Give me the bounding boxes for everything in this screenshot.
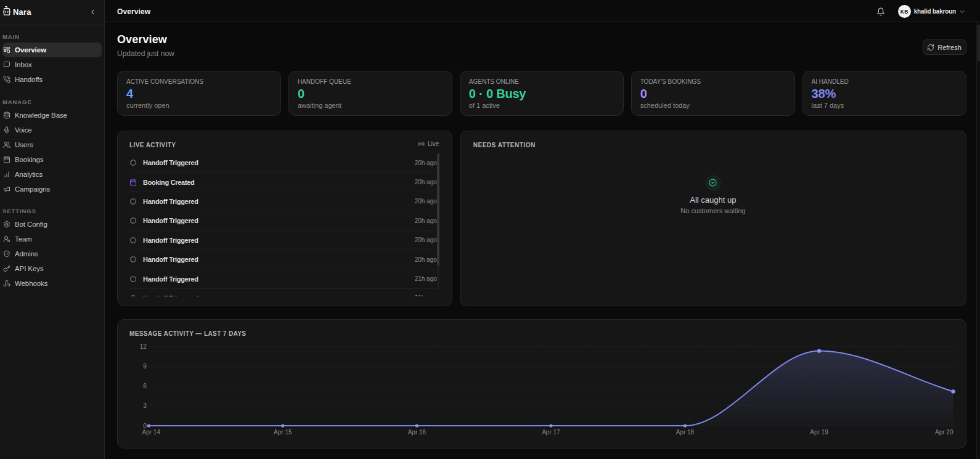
svg-text:Apr 15: Apr 15 [274,429,292,436]
svg-text:Apr 17: Apr 17 [542,429,560,436]
svg-text:Apr 19: Apr 19 [810,429,828,436]
svg-text:Apr 20: Apr 20 [935,429,953,436]
svg-text:3: 3 [143,402,147,409]
svg-text:Apr 14: Apr 14 [142,429,161,436]
svg-text:9: 9 [143,363,147,370]
svg-text:0: 0 [143,422,147,429]
svg-text:Apr 18: Apr 18 [676,429,695,436]
svg-text:6: 6 [143,383,147,389]
svg-text:Apr 16: Apr 16 [408,429,427,436]
svg-text:12: 12 [140,343,147,349]
